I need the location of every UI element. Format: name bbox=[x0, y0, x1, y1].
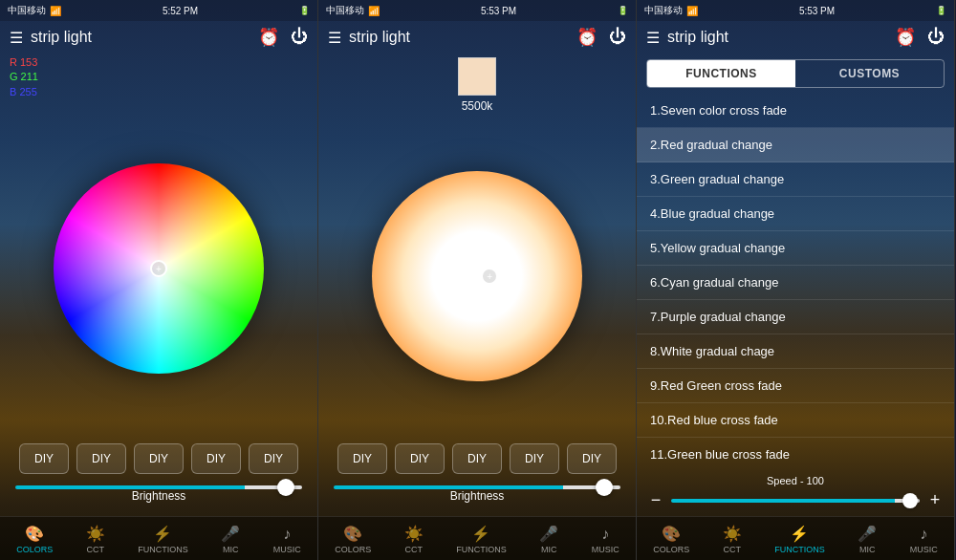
speed-thumb[interactable] bbox=[902, 493, 918, 508]
function-item-6[interactable]: 6.Cyan gradual change bbox=[637, 266, 954, 300]
menu-icon-3[interactable]: ☰ bbox=[646, 29, 660, 47]
alarm-icon-2[interactable]: ⏰ bbox=[576, 27, 598, 48]
diy-row-2: DIY DIY DIY DIY DIY bbox=[318, 436, 636, 482]
function-item-7[interactable]: 7.Purple gradual change bbox=[637, 300, 954, 334]
rgb-r: R 153 bbox=[10, 55, 308, 70]
menu-icon-2[interactable]: ☰ bbox=[328, 29, 341, 47]
nav-music-2[interactable]: ♪ MUSIC bbox=[592, 526, 619, 554]
function-item-5[interactable]: 5.Yellow gradual change bbox=[637, 231, 954, 266]
wifi-icon-2: 📶 bbox=[368, 6, 380, 16]
mic-icon-2: 🎤 bbox=[539, 525, 558, 543]
speed-minus-btn[interactable]: − bbox=[646, 490, 665, 510]
colors-label-1: COLORS bbox=[16, 545, 53, 554]
power-icon-1[interactable]: ⏻ bbox=[291, 27, 308, 48]
bottom-nav-1: 🎨 COLORS ☀️ CCT ⚡ FUNCTIONS 🎤 MIC ♪ MUSI… bbox=[0, 516, 317, 560]
wifi-icon: 📶 bbox=[50, 6, 61, 16]
function-item-10[interactable]: 10.Red blue cross fade bbox=[637, 403, 954, 438]
carrier-1: 中国移动 bbox=[8, 4, 46, 17]
power-icon-2[interactable]: ⏻ bbox=[609, 27, 626, 48]
cct-cursor: + bbox=[481, 268, 498, 285]
color-wheel-container[interactable]: + bbox=[0, 101, 317, 436]
speed-container: Speed - 100 − + bbox=[637, 469, 954, 516]
function-item-1[interactable]: 1.Seven color cross fade bbox=[637, 94, 954, 128]
diy-btn-2-3[interactable]: DIY bbox=[452, 443, 502, 474]
nav-mic-2[interactable]: 🎤 MIC bbox=[539, 525, 558, 554]
diy-btn-3[interactable]: DIY bbox=[134, 443, 184, 474]
nav-cct-1[interactable]: ☀️ CCT bbox=[86, 525, 105, 554]
status-bar-3: 中国移动 📶 5:53 PM 🔋 bbox=[637, 0, 954, 21]
cct-icon-3: ☀️ bbox=[723, 525, 742, 543]
brightness-container-2: Brightness bbox=[318, 482, 636, 516]
diy-btn-2-4[interactable]: DIY bbox=[510, 443, 559, 474]
brightness-label-2: Brightness bbox=[334, 489, 620, 503]
nav-functions-2[interactable]: ⚡ FUNCTIONS bbox=[456, 525, 507, 554]
speed-label: Speed - 100 bbox=[646, 475, 945, 486]
function-item-11[interactable]: 11.Green blue cross fade bbox=[637, 438, 954, 469]
carrier-2: 中国移动 bbox=[326, 4, 364, 17]
diy-row-1: DIY DIY DIY DIY DIY bbox=[0, 436, 317, 482]
time-2: 5:53 PM bbox=[481, 6, 516, 16]
diy-btn-2-5[interactable]: DIY bbox=[567, 443, 617, 474]
diy-btn-2[interactable]: DIY bbox=[76, 443, 126, 474]
cct-label-2: CCT bbox=[404, 545, 423, 554]
tab-customs[interactable]: CUSTOMS bbox=[795, 60, 944, 87]
nav-functions-3[interactable]: ⚡ FUNCTIONS bbox=[774, 525, 825, 554]
cct-icon-1: ☀️ bbox=[86, 525, 105, 543]
mic-label-2: MIC bbox=[541, 545, 557, 554]
nav-mic-3[interactable]: 🎤 MIC bbox=[858, 525, 877, 554]
color-wheel[interactable]: + bbox=[54, 163, 264, 374]
nav-colors-3[interactable]: 🎨 COLORS bbox=[653, 525, 689, 554]
functions-icon-2: ⚡ bbox=[471, 525, 490, 543]
wheel-cursor: + bbox=[150, 260, 167, 277]
nav-music-1[interactable]: ♪ MUSIC bbox=[273, 526, 301, 554]
brightness-slider-2[interactable] bbox=[334, 485, 620, 489]
diy-btn-2-2[interactable]: DIY bbox=[395, 443, 445, 474]
cct-wheel-container[interactable]: + bbox=[318, 117, 636, 436]
brightness-slider-1[interactable] bbox=[15, 485, 302, 489]
speed-slider[interactable] bbox=[671, 499, 920, 503]
speed-plus-btn[interactable]: + bbox=[925, 490, 945, 510]
diy-btn-5[interactable]: DIY bbox=[249, 443, 298, 474]
app-title-2: strip light bbox=[349, 29, 576, 46]
function-item-3[interactable]: 3.Green gradual change bbox=[637, 162, 954, 197]
cct-color-swatch bbox=[458, 57, 496, 96]
power-icon-3[interactable]: ⏻ bbox=[927, 27, 945, 48]
time-1: 5:52 PM bbox=[163, 6, 198, 16]
brightness-thumb-1[interactable] bbox=[277, 479, 294, 496]
colors-icon-2: 🎨 bbox=[343, 525, 362, 543]
function-item-4[interactable]: 4.Blue gradual change bbox=[637, 197, 954, 231]
diy-btn-2-1[interactable]: DIY bbox=[337, 443, 387, 474]
panel-functions: 中国移动 📶 5:53 PM 🔋 ☰ strip light ⏰ ⏻ FUNCT… bbox=[637, 0, 955, 560]
nav-cct-3[interactable]: ☀️ CCT bbox=[723, 525, 742, 554]
bottom-nav-3: 🎨 COLORS ☀️ CCT ⚡ FUNCTIONS 🎤 MIC ♪ MUSI… bbox=[637, 516, 954, 560]
alarm-icon-3[interactable]: ⏰ bbox=[895, 27, 916, 48]
nav-cct-2[interactable]: ☀️ CCT bbox=[404, 525, 424, 554]
music-icon-1: ♪ bbox=[283, 526, 291, 543]
mic-label-3: MIC bbox=[859, 545, 876, 554]
rgb-b: B 255 bbox=[10, 85, 308, 99]
diy-btn-4[interactable]: DIY bbox=[191, 443, 241, 474]
function-item-8[interactable]: 8.White gradual chage bbox=[637, 334, 954, 369]
alarm-icon-1[interactable]: ⏰ bbox=[258, 27, 279, 48]
menu-icon-1[interactable]: ☰ bbox=[10, 29, 23, 47]
functions-label-1: FUNCTIONS bbox=[138, 545, 188, 554]
music-label-2: MUSIC bbox=[592, 545, 619, 554]
nav-functions-1[interactable]: ⚡ FUNCTIONS bbox=[138, 525, 188, 554]
nav-music-3[interactable]: ♪ MUSIC bbox=[910, 526, 938, 554]
cct-wheel[interactable]: + bbox=[372, 171, 582, 381]
panel-colors: 中国移动 📶 5:52 PM 🔋 ☰ strip light ⏰ ⏻ R 153… bbox=[0, 0, 318, 560]
bottom-nav-2: 🎨 COLORS ☀️ CCT ⚡ FUNCTIONS 🎤 MIC ♪ MUSI… bbox=[318, 516, 636, 560]
nav-mic-1[interactable]: 🎤 MIC bbox=[221, 525, 240, 554]
wifi-icon-3: 📶 bbox=[686, 6, 698, 16]
diy-btn-1[interactable]: DIY bbox=[19, 443, 69, 474]
nav-colors-1[interactable]: 🎨 COLORS bbox=[16, 525, 53, 554]
tab-functions[interactable]: FUNCTIONS bbox=[647, 60, 795, 87]
brightness-label-1: Brightness bbox=[15, 489, 302, 503]
cct-label-1: CCT bbox=[86, 545, 104, 554]
brightness-thumb-2[interactable] bbox=[596, 479, 613, 496]
rgb-values: R 153 G 211 B 255 bbox=[0, 54, 317, 101]
function-item-2[interactable]: 2.Red gradual change bbox=[637, 128, 954, 162]
functions-icon-3: ⚡ bbox=[790, 525, 809, 543]
function-item-9[interactable]: 9.Red Green cross fade bbox=[637, 369, 954, 403]
nav-colors-2[interactable]: 🎨 COLORS bbox=[335, 525, 371, 554]
